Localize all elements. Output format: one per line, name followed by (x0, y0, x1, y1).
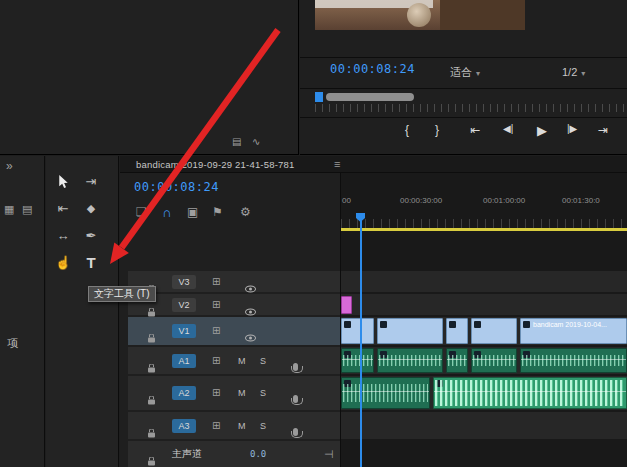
video-clip[interactable]: bandicam 2019-10-04... (520, 318, 627, 344)
track-header-v2: V2 ⊞ (128, 294, 340, 315)
project-tab-label-partial[interactable]: 项 (7, 336, 18, 351)
timeline-tab-title[interactable]: bandicam 2019-09-29 21-41-58-781 (136, 159, 295, 170)
track-target-button[interactable]: A1 (172, 354, 196, 368)
step-back-button[interactable]: ◀| (503, 124, 513, 134)
tooltip: 文字工具 (T) (88, 286, 156, 302)
lock-icon[interactable] (148, 367, 155, 372)
left-rail-panel: » ▦ ▤ 项 (0, 156, 45, 467)
time-ruler[interactable]: 00 00:00:30:00 00:01:00:00 00:01:30:0 (341, 192, 627, 228)
razor-tool[interactable]: ◆ (78, 195, 104, 221)
slip-tool[interactable]: ↔ (50, 222, 76, 248)
mark-out-button[interactable]: } (435, 124, 439, 136)
ripple-edit-icon: ⇤ (58, 201, 69, 216)
video-clip[interactable] (341, 296, 352, 314)
sync-lock-icon[interactable]: ⊞ (212, 388, 220, 398)
project-panel-icon[interactable]: ▦ (4, 204, 14, 215)
video-clip[interactable] (377, 318, 443, 344)
mark-in-button[interactable]: { (405, 124, 409, 136)
track-target-button[interactable]: V1 (172, 324, 196, 338)
sync-lock-icon[interactable]: ⊞ (212, 326, 220, 336)
mic-icon[interactable] (293, 363, 298, 371)
audio-clip[interactable] (341, 377, 430, 409)
audio-clip[interactable] (446, 348, 468, 373)
track-content-row[interactable] (341, 271, 627, 292)
wrench-icon[interactable]: ⚙ (240, 206, 251, 218)
monitor-mini-ruler[interactable] (315, 104, 627, 112)
render-bar (341, 228, 627, 231)
chevron-down-icon: ▾ (476, 69, 480, 78)
razor-icon: ◆ (87, 202, 95, 215)
hand-icon: ☝ (55, 255, 71, 270)
drag-audio-icon[interactable]: ∿ (252, 137, 260, 147)
step-forward-button[interactable]: |▶ (567, 124, 577, 134)
keyframes-icon[interactable]: ⊣ (324, 449, 334, 460)
ripple-edit-tool[interactable]: ⇤ (50, 195, 76, 221)
solo-button[interactable]: S (260, 421, 266, 431)
add-marker-icon[interactable]: ⚑ (212, 206, 223, 218)
track-target-button[interactable]: A3 (172, 419, 196, 433)
nest-toggle-icon[interactable]: ❏ (136, 206, 147, 218)
lock-icon[interactable] (148, 338, 155, 343)
audio-clip[interactable] (377, 348, 443, 373)
solo-button[interactable]: S (260, 388, 266, 398)
track-target-button[interactable]: V2 (172, 298, 196, 312)
selection-tool[interactable] (50, 168, 76, 194)
video-clip[interactable] (341, 318, 374, 344)
track-content-row[interactable] (341, 412, 627, 439)
tooltip-text: 文字工具 (T) (94, 288, 150, 299)
hand-tool[interactable]: ☝ (50, 249, 76, 275)
play-button[interactable]: ▶ (537, 124, 547, 137)
program-timecode[interactable]: 00:00:08:24 (330, 62, 415, 76)
sync-lock-icon[interactable]: ⊞ (212, 300, 220, 310)
playhead-line[interactable] (360, 213, 362, 467)
eye-icon[interactable] (245, 308, 256, 315)
video-clip[interactable] (471, 318, 517, 344)
video-clip[interactable] (446, 318, 468, 344)
track-target-button[interactable]: A2 (172, 386, 196, 400)
linked-selection-icon[interactable]: ▣ (187, 206, 198, 218)
monitor-playhead-marker[interactable] (315, 92, 323, 102)
fx-badge-icon (344, 321, 351, 328)
mute-button[interactable]: M (238, 388, 246, 398)
fit-dropdown[interactable]: 适合▾ (450, 62, 480, 80)
solo-button[interactable]: S (260, 356, 266, 366)
audio-clip[interactable] (341, 348, 374, 373)
lock-icon[interactable] (148, 461, 155, 466)
mute-button[interactable]: M (238, 356, 246, 366)
drag-video-icon[interactable]: ▤ (232, 137, 241, 147)
lock-icon[interactable] (148, 400, 155, 405)
audio-clip[interactable] (471, 348, 517, 373)
go-to-in-button[interactable]: ⇤ (470, 124, 480, 136)
lock-icon[interactable] (148, 311, 155, 316)
master-gain-value[interactable]: 0.0 (250, 449, 266, 459)
sync-lock-icon[interactable]: ⊞ (212, 277, 220, 287)
mic-icon[interactable] (293, 395, 298, 403)
zoom-scrollbar[interactable] (326, 93, 414, 101)
media-browser-icon[interactable]: ▤ (22, 204, 32, 215)
upper-left-panel: ▤ ∿ (0, 0, 299, 155)
zoom-level-dropdown[interactable]: 1/2▾ (562, 62, 585, 80)
eye-icon[interactable] (245, 335, 256, 342)
sync-lock-icon[interactable]: ⊞ (212, 421, 220, 431)
type-tool[interactable]: T (78, 249, 104, 275)
lock-icon[interactable] (148, 432, 155, 437)
timeline-panel: bandicam 2019-09-29 21-41-58-781 ≡ 00:00… (120, 156, 627, 467)
timeline-timecode[interactable]: 00:00:08:24 (134, 180, 219, 194)
snap-magnet-icon[interactable]: ∩ (162, 205, 171, 220)
go-to-out-button[interactable]: ⇥ (598, 124, 608, 136)
ruler-ticks (341, 219, 627, 228)
audio-clip[interactable] (433, 377, 627, 409)
track-select-forward-tool[interactable]: ⇥ (78, 168, 104, 194)
fit-dropdown-label: 适合 (450, 66, 472, 78)
timeline-tab-bar: bandicam 2019-09-29 21-41-58-781 ≡ (120, 156, 627, 173)
sync-lock-icon[interactable]: ⊞ (212, 356, 220, 366)
audio-clip[interactable] (520, 348, 627, 373)
eye-icon[interactable] (245, 285, 256, 292)
mute-button[interactable]: M (238, 421, 246, 431)
mic-icon[interactable] (293, 428, 298, 436)
panel-menu-icon[interactable]: ≡ (334, 158, 340, 170)
track-content-row[interactable] (341, 294, 627, 315)
track-target-button[interactable]: V3 (172, 275, 196, 289)
expand-panel-icon[interactable]: » (6, 160, 13, 172)
pen-tool[interactable]: ✒ (78, 222, 104, 248)
